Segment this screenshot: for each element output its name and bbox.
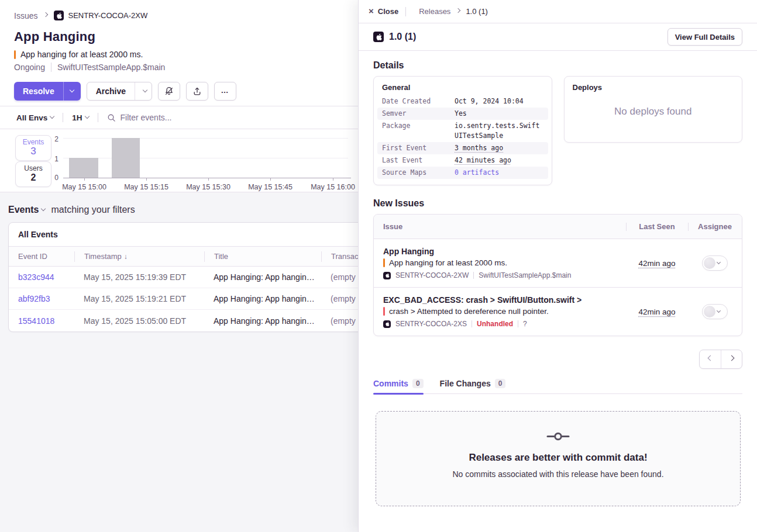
event-timestamp: May 15, 2025 15:19:39 EDT: [74, 272, 204, 282]
issue-title-link[interactable]: App Hanging: [383, 247, 626, 256]
view-full-details-button[interactable]: View Full Details: [667, 28, 742, 46]
issue-subtitle: App hanging for at least 2000 ms.: [20, 50, 143, 59]
mute-button[interactable]: [158, 82, 180, 101]
more-actions-button[interactable]: …: [214, 82, 236, 101]
archive-button-group: Archive: [87, 82, 152, 101]
general-card: General Date CreatedOct 9, 2024 10:04Sem…: [373, 76, 552, 185]
table-row[interactable]: abf92fb3May 15, 2025 15:19:21 EDTApp Han…: [9, 288, 358, 310]
breadcrumb-project[interactable]: SENTRY-COCOA-2XW: [54, 11, 147, 20]
previous-page-button[interactable]: [700, 350, 721, 368]
resolve-dropdown-button[interactable]: [63, 82, 81, 101]
divider: [51, 63, 51, 72]
events-table-body: b323c944May 15, 2025 15:19:39 EDTApp Han…: [9, 267, 358, 331]
x-axis-tick: [84, 178, 85, 181]
column-header-title[interactable]: Title: [204, 251, 321, 262]
next-page-button[interactable]: [721, 350, 742, 368]
general-row-label: Date Created: [382, 96, 455, 106]
filter-bar: All Envs 1H: [0, 106, 358, 129]
release-drawer: × Close Releases 1.0 (1) 1.0 (1) View Fu…: [358, 0, 757, 532]
x-axis-tick: [333, 178, 333, 181]
event-id-link[interactable]: abf92fb3: [9, 294, 74, 303]
column-header-ts[interactable]: Timestamp↓: [74, 251, 204, 262]
general-row-value: io.sentry.tests.SwiftUITestSample: [455, 121, 543, 141]
archive-button[interactable]: Archive: [87, 82, 135, 100]
page-title: App Hanging: [14, 29, 358, 44]
issues-column-issue: Issue: [374, 222, 626, 231]
drawer-topbar: × Close Releases 1.0 (1): [359, 0, 757, 23]
level-indicator-bar: [383, 258, 385, 267]
environment-filter[interactable]: All Envs: [16, 113, 54, 122]
drawer-breadcrumb: Releases 1.0 (1): [419, 7, 488, 16]
issues-column-seen: Last Seen: [626, 222, 688, 231]
resolve-button[interactable]: Resolve: [14, 82, 63, 101]
issue-row[interactable]: EXC_BAD_ACCESS: crash > SwiftUI/Button.s…: [374, 288, 742, 336]
tab-commits[interactable]: Commits0: [373, 379, 424, 393]
chevron-down-icon: [142, 88, 147, 92]
archive-dropdown-button[interactable]: [135, 82, 152, 100]
commits-tabs: Commits0File Changes0: [373, 379, 742, 394]
breadcrumb-releases-link[interactable]: Releases: [419, 7, 450, 16]
chevron-down-icon: [41, 206, 46, 211]
assignee-dropdown[interactable]: [702, 304, 728, 319]
divider: [405, 7, 406, 16]
issue-assignee-cell: [688, 255, 742, 271]
event-id-link[interactable]: b323c944: [9, 272, 74, 282]
close-button[interactable]: × Close: [369, 7, 398, 16]
general-card-title: General: [382, 83, 543, 92]
events-section-heading: Events matching your filters: [8, 205, 358, 215]
share-button[interactable]: [186, 82, 208, 101]
event-title: App Hanging: App hangin…: [204, 272, 321, 282]
event-timestamp: May 15, 2025 15:05:00 EDT: [74, 316, 204, 326]
empty-state-subtitle: No commits associated with this release …: [376, 469, 740, 479]
events-dropdown[interactable]: Events: [8, 205, 39, 215]
column-header-id[interactable]: Event ID: [9, 251, 74, 262]
deploys-card: Deploys No deploys found: [564, 76, 743, 143]
details-heading: Details: [373, 60, 742, 71]
sort-descending-icon: ↓: [124, 253, 128, 261]
table-row[interactable]: 15541018May 15, 2025 15:05:00 EDTApp Han…: [9, 310, 358, 331]
event-transaction: (empty str…: [321, 272, 358, 282]
x-axis-line: [63, 178, 351, 178]
new-issues-card: IssueLast SeenAssignee App HangingApp ha…: [373, 214, 742, 336]
source-maps-link[interactable]: 0 artifacts: [455, 168, 543, 178]
table-row[interactable]: b323c944May 15, 2025 15:19:39 EDTApp Han…: [9, 267, 358, 288]
tab-file-changes[interactable]: File Changes0: [440, 379, 506, 393]
issues-table-body: App HangingApp hanging for at least 2000…: [374, 239, 742, 336]
stat-label: Users: [16, 164, 51, 172]
chevron-down-icon: [50, 114, 54, 119]
chevron-left-icon: [707, 355, 713, 361]
resolve-button-group: Resolve: [14, 82, 81, 101]
stat-toggle-users[interactable]: Users2: [15, 161, 51, 187]
x-axis-tick-label: May 15 15:30: [180, 183, 236, 191]
column-header-tx[interactable]: Transaction: [321, 251, 358, 262]
issue-subtitle-row: App hanging for at least 2000 ms.: [14, 50, 358, 59]
filter-events-input[interactable]: [121, 113, 296, 122]
event-id-link[interactable]: 15541018: [9, 316, 74, 326]
x-axis-tick-label: May 15 15:45: [242, 183, 298, 191]
issue-row[interactable]: App HangingApp hanging for at least 2000…: [374, 239, 742, 288]
details-cards: General Date CreatedOct 9, 2024 10:04Sem…: [373, 76, 742, 185]
period-filter[interactable]: 1H: [72, 113, 88, 122]
issue-status: Ongoing: [14, 63, 45, 72]
assignee-dropdown[interactable]: [702, 255, 728, 271]
pagination-row: [373, 350, 742, 369]
event-transaction: (empty str…: [321, 316, 358, 326]
event-title: App Hanging: App hangin…: [204, 294, 321, 303]
divider: [473, 272, 474, 279]
stat-value: 2: [16, 172, 51, 183]
apple-platform-icon: [373, 32, 384, 42]
general-row-value: 3 months ago: [455, 143, 543, 153]
divider: [98, 113, 98, 122]
issue-meta-row: Ongoing SwiftUITestSampleApp.$main: [14, 63, 358, 72]
pagination-group: [699, 350, 742, 369]
chart-gridline: [63, 138, 348, 139]
deploys-card-title: Deploys: [573, 83, 734, 92]
issue-title-link[interactable]: EXC_BAD_ACCESS: crash > SwiftUI/Button.s…: [383, 295, 626, 305]
new-issues-heading: New Issues: [373, 198, 742, 209]
event-histogram: Events3Users2012May 15 15:00May 15 15:15…: [0, 129, 358, 192]
chevron-down-icon: [717, 308, 721, 312]
close-icon: ×: [369, 6, 374, 15]
breadcrumb-issues-link[interactable]: Issues: [14, 11, 37, 20]
stat-toggle-events[interactable]: Events3: [15, 135, 51, 161]
events-table-header: Event IDTimestamp↓TitleTransaction: [9, 247, 358, 267]
